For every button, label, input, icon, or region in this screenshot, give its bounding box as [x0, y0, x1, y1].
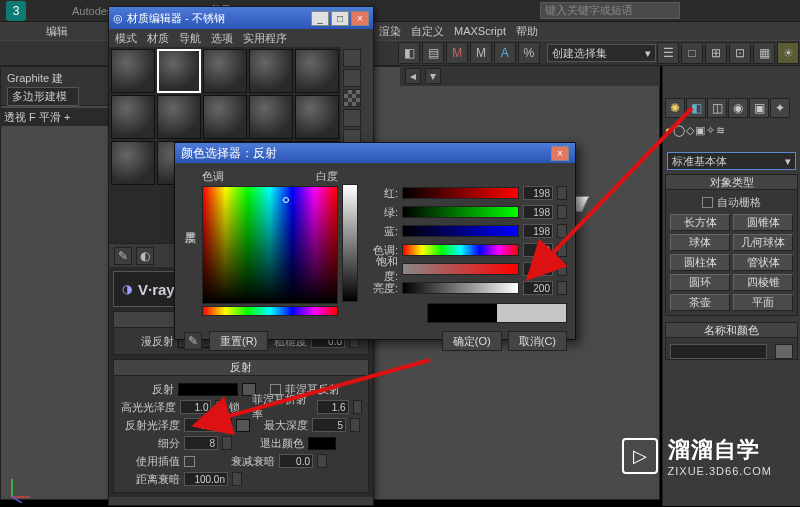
dimfall-spinner[interactable]: 0.0 [279, 454, 313, 468]
spinner-buttons[interactable] [557, 186, 567, 200]
material-slot[interactable] [111, 141, 155, 185]
object-name-input[interactable] [670, 344, 767, 359]
reflect-color-swatch[interactable] [178, 383, 238, 396]
hue-slider[interactable] [402, 244, 519, 256]
me-menu-item[interactable]: 模式 [115, 31, 137, 46]
cat-helpers[interactable]: ✧ [706, 124, 715, 146]
prim-plane-button[interactable]: 平面 [733, 294, 793, 311]
toolbar-button[interactable]: ☰ [657, 42, 679, 64]
tab-create[interactable]: ✺ [665, 98, 685, 118]
spinner-buttons[interactable] [557, 281, 567, 295]
material-slot[interactable] [249, 49, 293, 93]
material-slot[interactable] [295, 49, 339, 93]
toolbar-button[interactable]: M [446, 42, 468, 64]
spinner-buttons[interactable] [557, 262, 567, 276]
toolbar-button[interactable]: ▦ [753, 42, 775, 64]
prim-cylinder-button[interactable]: 圆柱体 [670, 254, 730, 271]
toolbar-button[interactable]: % [518, 42, 540, 64]
toolbar-button[interactable]: ⊞ [705, 42, 727, 64]
menu-item[interactable]: 自定义 [411, 24, 444, 39]
material-slot[interactable] [203, 95, 247, 139]
hue-spinner[interactable]: 0 [523, 243, 553, 257]
spinner-buttons[interactable] [222, 436, 232, 450]
material-slot-selected[interactable] [157, 49, 201, 93]
material-slot[interactable] [203, 49, 247, 93]
material-slot[interactable] [157, 95, 201, 139]
spinner-buttons[interactable] [215, 400, 224, 414]
green-spinner[interactable]: 198 [523, 205, 553, 219]
rollout-reflect-header[interactable]: 反射 [114, 360, 368, 376]
blue-slider[interactable] [402, 225, 519, 237]
toolbar-button[interactable]: □ [681, 42, 703, 64]
reset-button[interactable]: 重置(R) [209, 331, 268, 351]
graphite-tab-polymodel[interactable]: 多边形建模 [7, 87, 79, 106]
value-strip[interactable] [342, 184, 358, 302]
cat-shapes[interactable]: ◯ [673, 124, 685, 146]
sample-uv-button[interactable] [343, 109, 361, 127]
prim-tube-button[interactable]: 管状体 [733, 254, 793, 271]
help-search-input[interactable]: 键入关键字或短语 [540, 2, 680, 19]
eyedropper-button[interactable]: ✎ [184, 332, 202, 350]
cat-geometry[interactable]: ● [665, 124, 672, 146]
ok-button[interactable]: 确定(O) [442, 331, 502, 351]
spinner-buttons[interactable] [557, 243, 567, 257]
material-slot[interactable] [111, 49, 155, 93]
subdiv-spinner[interactable]: 8 [184, 436, 218, 450]
material-slot[interactable] [111, 95, 155, 139]
primitive-category-dropdown[interactable]: 标准基本体▾ [667, 152, 796, 170]
maxdepth-spinner[interactable]: 5 [312, 418, 346, 432]
spinner-buttons[interactable] [232, 472, 242, 486]
menu-edit[interactable]: 编辑 [46, 24, 68, 39]
named-sel-dropdown[interactable]: 创建选择集▾ [547, 44, 656, 62]
toolbar-button[interactable]: ▤ [422, 42, 444, 64]
me-menu-item[interactable]: 导航 [179, 31, 201, 46]
exit-color-swatch[interactable] [308, 437, 336, 450]
autogrid-checkbox[interactable] [702, 197, 713, 208]
app-icon[interactable]: 3 [6, 1, 26, 21]
minimize-button[interactable]: _ [311, 11, 329, 26]
viewport-label[interactable]: 透视 F 平滑 + [0, 108, 110, 126]
tab-hierarchy[interactable]: ◫ [707, 98, 727, 118]
red-spinner[interactable]: 198 [523, 186, 553, 200]
hgloss-spinner[interactable]: 1.0 [180, 400, 212, 414]
interp-checkbox[interactable] [184, 456, 195, 467]
toolbar-button[interactable]: ◂ [405, 68, 421, 84]
toolbar-button[interactable]: ⊡ [729, 42, 751, 64]
rgloss-spinner[interactable]: 1.0 [184, 418, 218, 432]
hue-sat-field[interactable] [202, 186, 338, 304]
close-button[interactable]: × [351, 11, 369, 26]
spinner-buttons[interactable] [557, 224, 567, 238]
cat-spacewarps[interactable]: ≋ [716, 124, 725, 146]
menu-item[interactable]: MAXScript [454, 25, 506, 37]
spinner-buttons[interactable] [317, 454, 327, 468]
cat-lights[interactable]: ◇ [686, 124, 694, 146]
object-color-swatch[interactable] [775, 344, 793, 359]
spinner-buttons[interactable] [353, 400, 362, 414]
tab-utilities[interactable]: ✦ [770, 98, 790, 118]
sat-slider[interactable] [402, 263, 519, 275]
backlight-button[interactable] [343, 69, 361, 87]
tab-display[interactable]: ▣ [749, 98, 769, 118]
toolbar-button[interactable]: ☀ [777, 42, 799, 64]
dimdist-spinner[interactable]: 100.0n [184, 472, 228, 486]
toolbar-button[interactable]: ▾ [425, 68, 441, 84]
material-slot[interactable] [295, 95, 339, 139]
rgloss-map-button[interactable] [236, 419, 250, 432]
val-slider[interactable] [402, 282, 519, 294]
toolbar-button[interactable]: ◧ [398, 42, 420, 64]
toolbar-button[interactable]: M [470, 42, 492, 64]
prim-torus-button[interactable]: 圆环 [670, 274, 730, 291]
menu-item[interactable]: 渲染 [379, 24, 401, 39]
tab-modify[interactable]: ◧ [686, 98, 706, 118]
material-editor-titlebar[interactable]: ◎ 材质编辑器 - 不锈钢 _ □ × [109, 7, 373, 29]
me-tool-button[interactable]: ◐ [136, 247, 154, 265]
sample-type-button[interactable] [343, 49, 361, 67]
close-button[interactable]: × [551, 146, 569, 161]
menu-item[interactable]: 帮助 [516, 24, 538, 39]
me-menu-item[interactable]: 选项 [211, 31, 233, 46]
fior-spinner[interactable]: 1.6 [317, 400, 349, 414]
prim-box-button[interactable]: 长方体 [670, 214, 730, 231]
hue-slider[interactable] [202, 306, 338, 316]
color-picker-titlebar[interactable]: 颜色选择器：反射 × [175, 143, 575, 163]
sat-spinner[interactable]: 0 [523, 262, 553, 276]
